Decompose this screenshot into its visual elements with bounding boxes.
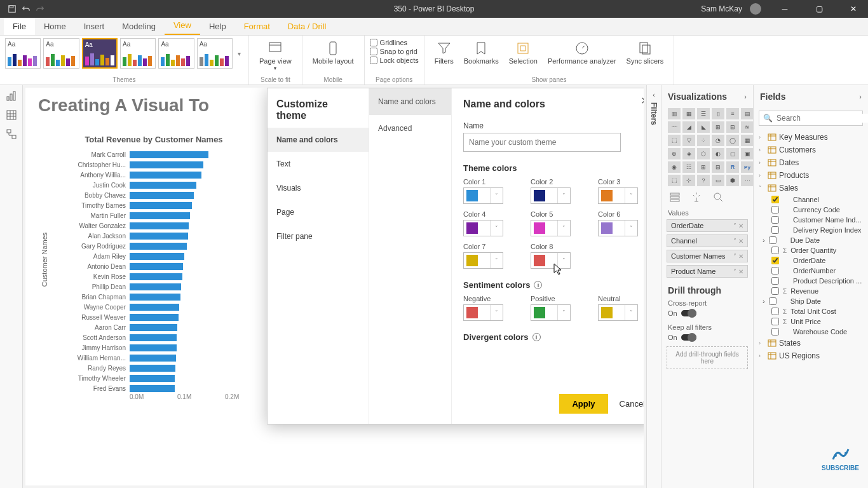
column-item[interactable]: ›Due Date <box>757 235 864 245</box>
viz-key-influencers-icon[interactable]: ⬚ <box>668 175 681 186</box>
column-item[interactable]: OrderDate <box>757 255 864 266</box>
close-button[interactable]: ✕ <box>839 0 868 18</box>
color-picker[interactable]: ˅ <box>463 187 503 204</box>
format-tab-icon[interactable] <box>691 191 702 203</box>
dlg-sub-advanced[interactable]: Advanced <box>369 115 451 142</box>
viz-waterfall-icon[interactable]: ⬚ <box>668 135 681 146</box>
viz-line-clustered-icon[interactable]: ⊟ <box>726 121 739 133</box>
fields-tab-icon[interactable] <box>669 191 681 203</box>
drill-through-target[interactable]: Add drill-through fields here <box>667 346 748 369</box>
tab-home[interactable]: Home <box>35 18 75 35</box>
dlg-section-name-colors[interactable]: Name and colors <box>268 128 369 152</box>
table-node[interactable]: ˅Sales <box>757 182 864 194</box>
dlg-section-visuals[interactable]: Visuals <box>268 176 369 200</box>
user-name[interactable]: Sam McKay <box>701 4 745 13</box>
tab-help[interactable]: Help <box>200 18 235 35</box>
info-icon[interactable]: i <box>534 281 542 289</box>
tab-file[interactable]: File <box>4 18 35 35</box>
keep-filters-toggle[interactable] <box>681 334 696 341</box>
viz-map-icon[interactable]: ⊕ <box>668 148 681 159</box>
viz-card-icon[interactable]: ▢ <box>726 148 739 159</box>
viz-ribbon-icon[interactable]: ≋ <box>741 121 754 133</box>
lock-checkbox[interactable]: Lock objects <box>370 56 419 65</box>
theme-name-input[interactable] <box>463 133 621 152</box>
report-canvas[interactable]: Creating A Visual To Total Revenue by Cu… <box>25 88 644 485</box>
redo-icon[interactable] <box>36 4 44 13</box>
viz-more-icon[interactable]: ⋯ <box>741 175 754 186</box>
mobile-layout-button[interactable]: Mobile layout <box>308 38 359 68</box>
gridlines-checkbox[interactable]: Gridlines <box>370 38 419 47</box>
color-picker[interactable]: ˅ <box>463 252 503 269</box>
viz-100-bar-icon[interactable]: ≡ <box>726 108 739 119</box>
themes-dropdown-icon[interactable]: ▾ <box>235 50 243 57</box>
viz-r-icon[interactable]: R <box>726 161 739 173</box>
fields-search[interactable]: 🔍 <box>759 111 863 126</box>
viz-py-icon[interactable]: Py <box>741 161 754 173</box>
data-view-icon[interactable] <box>6 109 17 121</box>
viz-matrix-icon[interactable]: ⊟ <box>712 161 724 173</box>
table-node[interactable]: ›US Regions <box>757 349 864 362</box>
color-picker[interactable]: ˅ <box>463 220 503 236</box>
filters-collapsed-pane[interactable]: ‹ Filters <box>646 85 661 488</box>
color-picker[interactable]: ˅ <box>531 304 571 321</box>
maximize-button[interactable]: ▢ <box>804 0 834 18</box>
column-item[interactable]: ΣTotal Unit Cost <box>757 306 864 316</box>
table-node[interactable]: ›Key Measures <box>757 131 864 144</box>
performance-button[interactable]: Performance analyzer <box>543 38 621 68</box>
theme-thumb[interactable]: Aa <box>120 38 156 69</box>
viz-arcgis-icon[interactable]: ⬢ <box>726 175 739 186</box>
cancel-button[interactable]: Cancel <box>620 399 644 409</box>
column-item[interactable]: ›Ship Date <box>757 296 864 306</box>
field-well-item[interactable]: Product Name˅ ✕ <box>667 265 748 278</box>
column-item[interactable]: Warehouse Code <box>757 327 864 337</box>
table-node[interactable]: ›Dates <box>757 156 864 169</box>
table-node[interactable]: ›States <box>757 337 864 349</box>
minimize-button[interactable]: ─ <box>770 0 799 18</box>
viz-stacked-bar-icon[interactable]: ▥ <box>668 108 681 119</box>
theme-thumb[interactable]: Aa <box>43 38 79 69</box>
theme-thumb-selected[interactable]: Aa <box>82 38 118 69</box>
viz-line-column-icon[interactable]: ⊞ <box>712 121 724 133</box>
bookmarks-button[interactable]: Bookmarks <box>459 38 504 68</box>
analytics-tab-icon[interactable] <box>712 191 724 203</box>
table-node[interactable]: ›Products <box>757 169 864 182</box>
viz-line-icon[interactable]: 〰 <box>668 121 681 133</box>
table-node[interactable]: ›Customers <box>757 144 864 156</box>
field-well-item[interactable]: OrderDate˅ ✕ <box>667 219 748 232</box>
bar-chart-visual[interactable]: Total Revenue by Customer Names Mark Car… <box>60 132 273 485</box>
viz-stacked-column-icon[interactable]: ▦ <box>682 108 695 119</box>
viz-100-column-icon[interactable]: ▤ <box>741 108 754 119</box>
viz-donut-icon[interactable]: ◯ <box>726 135 739 146</box>
tab-view[interactable]: View <box>165 17 200 35</box>
viz-gauge-icon[interactable]: ◐ <box>712 148 724 159</box>
snap-checkbox[interactable]: Snap to grid <box>370 47 419 56</box>
column-item[interactable]: ΣRevenue <box>757 286 864 296</box>
dlg-section-text[interactable]: Text <box>268 152 369 176</box>
column-item[interactable]: Currency Code <box>757 205 864 215</box>
color-picker[interactable]: ˅ <box>531 252 571 269</box>
column-item[interactable]: ΣUnit Price <box>757 316 864 327</box>
viz-pie-icon[interactable]: ◔ <box>712 135 724 146</box>
viz-clustered-column-icon[interactable]: ▯ <box>712 108 724 119</box>
viz-paginated-icon[interactable]: ▭ <box>712 175 724 186</box>
color-picker[interactable]: ˅ <box>531 187 571 204</box>
subscribe-badge[interactable]: SUBSCRIBE <box>822 445 859 471</box>
tab-datadrill[interactable]: Data / Drill <box>279 18 336 35</box>
chevron-right-icon[interactable]: › <box>859 93 862 100</box>
viz-clustered-bar-icon[interactable]: ☰ <box>697 108 710 119</box>
filters-pane-button[interactable]: Filters <box>430 38 459 68</box>
color-picker[interactable]: ˅ <box>598 304 638 321</box>
cross-report-toggle[interactable] <box>681 310 696 316</box>
column-item[interactable]: Channel <box>757 194 864 205</box>
viz-slicer-icon[interactable]: ☷ <box>682 161 695 173</box>
column-item[interactable]: Product Description ... <box>757 276 864 286</box>
viz-qna-icon[interactable]: ? <box>697 175 710 186</box>
color-picker[interactable]: ˅ <box>598 187 638 204</box>
viz-area-icon[interactable]: ◢ <box>682 121 695 133</box>
column-item[interactable]: Customer Name Ind... <box>757 215 864 225</box>
field-well-item[interactable]: Channel˅ ✕ <box>667 234 748 247</box>
color-picker[interactable]: ˅ <box>531 220 571 236</box>
tab-modeling[interactable]: Modeling <box>113 18 165 35</box>
dlg-section-filter-pane[interactable]: Filter pane <box>268 224 369 248</box>
viz-kpi-icon[interactable]: ◉ <box>668 161 681 173</box>
